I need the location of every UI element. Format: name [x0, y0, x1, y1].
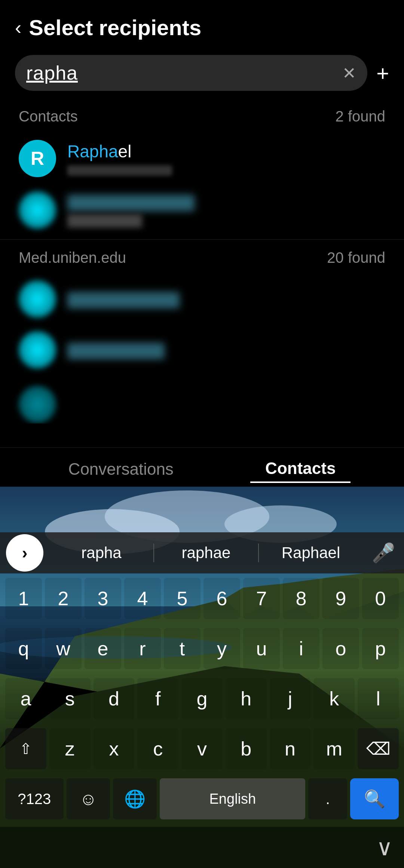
contact-item-1[interactable]: R Raphael: [0, 132, 404, 185]
suggestion-2[interactable]: raphae: [154, 536, 258, 569]
globe-key[interactable]: 🌐: [113, 778, 157, 819]
key-7[interactable]: 7: [243, 578, 280, 619]
med-section-header: Med.uniben.edu 20 found: [0, 243, 404, 274]
med-contact-3-partial[interactable]: [0, 379, 404, 424]
key-z[interactable]: z: [49, 728, 91, 769]
keyboard-hide-button[interactable]: ∨: [376, 834, 393, 861]
key-8[interactable]: 8: [283, 578, 319, 619]
key-k[interactable]: k: [313, 678, 355, 719]
keyboard-bottom-bar: ∨: [0, 827, 404, 868]
search-row: rapha ✕ +: [0, 47, 404, 102]
key-4[interactable]: 4: [124, 578, 161, 619]
key-w[interactable]: w: [45, 628, 82, 669]
key-m[interactable]: m: [313, 728, 355, 769]
contacts-count: 2 found: [336, 108, 385, 125]
contact-detail-1: [67, 165, 172, 176]
suggestion-3[interactable]: Raphael: [259, 536, 363, 569]
key-v[interactable]: v: [181, 728, 223, 769]
key-a[interactable]: a: [5, 678, 46, 719]
key-1[interactable]: 1: [5, 578, 42, 619]
back-button[interactable]: ‹: [15, 18, 21, 37]
key-j[interactable]: j: [270, 678, 311, 719]
add-recipient-button[interactable]: +: [376, 61, 389, 86]
numbers-toggle-key[interactable]: ?123: [5, 778, 64, 819]
key-s[interactable]: s: [49, 678, 91, 719]
period-label: .: [326, 791, 330, 807]
numbers-toggle-label: ?123: [18, 791, 51, 807]
tab-conversations[interactable]: Conversations: [53, 456, 189, 482]
key-i[interactable]: i: [283, 628, 319, 669]
contact-name-1: Raphael: [67, 141, 385, 161]
key-0[interactable]: 0: [362, 578, 399, 619]
search-box[interactable]: rapha ✕: [15, 55, 367, 91]
key-e[interactable]: e: [85, 628, 121, 669]
shift-icon: ⇧: [19, 740, 32, 757]
bottom-tabs: Conversations Contacts: [0, 447, 404, 487]
app-bar: ‹ Select recipients: [0, 0, 404, 47]
med-name-1: [67, 292, 180, 308]
content-area: Contacts 2 found R Raphael Med.uniben.ed…: [0, 102, 404, 424]
period-key[interactable]: .: [308, 778, 347, 819]
key-x[interactable]: x: [94, 728, 135, 769]
key-2[interactable]: 2: [45, 578, 82, 619]
page-title: Select recipients: [29, 15, 201, 40]
contact-info-1: Raphael: [67, 141, 385, 176]
key-l[interactable]: l: [358, 678, 399, 719]
key-6[interactable]: 6: [203, 578, 240, 619]
contacts-section-header: Contacts 2 found: [0, 102, 404, 132]
key-u[interactable]: u: [243, 628, 280, 669]
key-3[interactable]: 3: [85, 578, 121, 619]
emoji-key[interactable]: ☺: [67, 778, 110, 819]
med-avatar-2: [19, 331, 56, 369]
key-row-bottom: ?123 ☺ 🌐 English . 🔍: [0, 774, 404, 827]
key-9[interactable]: 9: [322, 578, 359, 619]
backspace-icon: ⌫: [366, 739, 391, 759]
avatar-1: R: [19, 140, 56, 177]
med-name-2: [67, 343, 165, 359]
med-info-2: [67, 341, 165, 359]
med-avatar-3: [19, 386, 56, 423]
number-row: 1 2 3 4 5 6 7 8 9 0: [0, 573, 404, 624]
key-c[interactable]: c: [137, 728, 178, 769]
key-h[interactable]: h: [226, 678, 267, 719]
clear-icon[interactable]: ✕: [342, 64, 356, 83]
search-key[interactable]: 🔍: [350, 778, 399, 819]
med-label: Med.uniben.edu: [19, 249, 126, 266]
suggestion-1[interactable]: rapha: [49, 536, 153, 569]
section-divider-1: [0, 239, 404, 240]
search-input[interactable]: rapha: [26, 62, 336, 84]
shift-key[interactable]: ⇧: [5, 728, 46, 769]
key-p[interactable]: p: [362, 628, 399, 669]
med-avatar-1: [19, 280, 56, 318]
med-count: 20 found: [327, 249, 385, 266]
key-f[interactable]: f: [137, 678, 178, 719]
tab-contacts[interactable]: Contacts: [250, 455, 351, 483]
suggestions-bar: › rapha raphae Raphael 🎤: [0, 532, 404, 573]
keyboard-ui: › rapha raphae Raphael 🎤 1 2 3 4 5 6 7 8…: [0, 532, 404, 868]
contacts-label: Contacts: [19, 108, 78, 125]
key-d[interactable]: d: [94, 678, 135, 719]
key-5[interactable]: 5: [164, 578, 201, 619]
med-info-1: [67, 290, 180, 308]
key-o[interactable]: o: [322, 628, 359, 669]
key-g[interactable]: g: [181, 678, 223, 719]
key-row-3: ⇧ z x c v b n m ⌫: [0, 724, 404, 774]
med-contact-2[interactable]: [0, 324, 404, 375]
suggestions-expand-button[interactable]: ›: [6, 534, 43, 572]
backspace-key[interactable]: ⌫: [358, 728, 399, 769]
key-row-2: a s d f g h j k l: [0, 674, 404, 724]
key-b[interactable]: b: [226, 728, 267, 769]
key-r[interactable]: r: [124, 628, 161, 669]
search-key-icon: 🔍: [364, 789, 385, 809]
contact-detail-2-blurred: [67, 214, 142, 228]
key-y[interactable]: y: [203, 628, 240, 669]
key-t[interactable]: t: [164, 628, 201, 669]
med-contact-1[interactable]: [0, 274, 404, 324]
key-n[interactable]: n: [270, 728, 311, 769]
contact-item-2[interactable]: [0, 185, 404, 236]
contact-info-2-blurred: [67, 193, 195, 228]
space-key[interactable]: English: [160, 778, 305, 819]
key-q[interactable]: q: [5, 628, 42, 669]
mic-button[interactable]: 🎤: [363, 542, 404, 564]
suggestions-list: rapha raphae Raphael: [49, 536, 363, 569]
